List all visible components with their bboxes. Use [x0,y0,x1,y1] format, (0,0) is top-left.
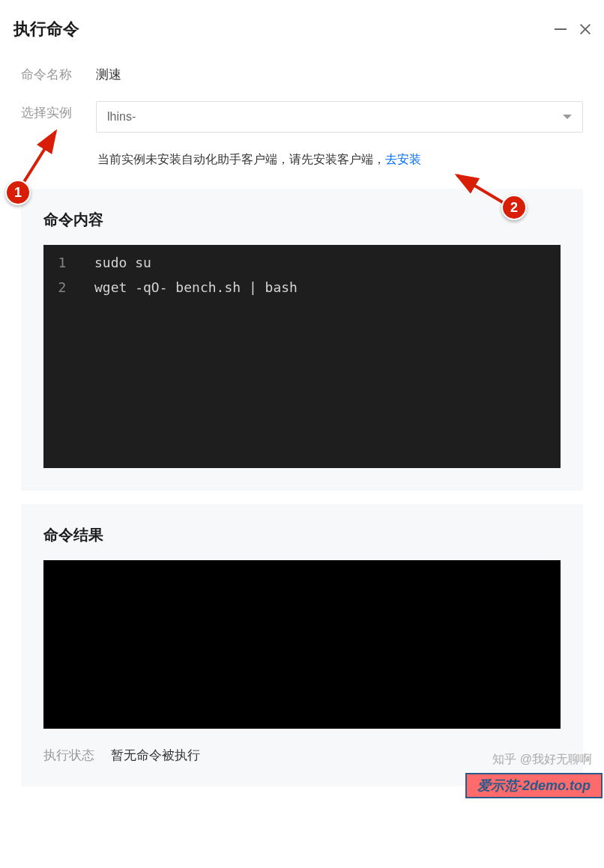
minimize-icon[interactable] [555,28,567,30]
command-name-value: 测速 [96,63,121,83]
instance-select-value: lhins- [107,110,136,124]
window-controls [555,24,591,34]
command-result-output [43,560,561,729]
dialog-title: 执行命令 [13,18,79,40]
command-result-title: 命令结果 [43,525,561,545]
annotation-badge-2: 2 [501,195,527,220]
command-result-panel: 命令结果 执行状态 暂无命令被执行 [21,504,583,786]
svg-line-1 [22,132,55,184]
footer-tag: 爱示范-2demo.top [465,773,603,798]
code-line-number: 1 [43,245,81,276]
command-content-panel: 命令内容 1 sudo su 2 wget -qO- bench.sh | ba… [21,189,583,491]
execute-status-value: 暂无命令被执行 [111,747,200,764]
close-icon[interactable] [580,24,591,34]
command-code-block: 1 sudo su 2 wget -qO- bench.sh | bash [43,245,561,468]
chevron-down-icon [563,115,572,119]
annotation-badge-1: 1 [5,180,31,205]
svg-line-3 [457,175,505,204]
code-line-text: sudo su [81,245,151,276]
command-name-label: 命令名称 [21,63,96,83]
code-line-number: 2 [43,276,81,300]
code-line-text: wget -qO- bench.sh | bash [81,276,298,300]
instance-select[interactable]: lhins- [96,101,583,133]
execute-status-label: 执行状态 [43,747,111,764]
watermark-text: 知乎 @我好无聊啊 [492,752,592,768]
command-content-title: 命令内容 [43,210,561,230]
install-link[interactable]: 去安装 [385,153,421,166]
install-tip-text: 当前实例未安装自动化助手客户端，请先安装客户端， [97,153,385,166]
select-instance-label: 选择实例 [21,101,96,121]
